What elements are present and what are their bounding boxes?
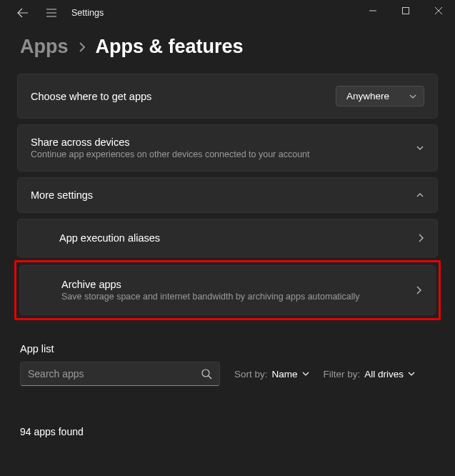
back-arrow-icon (17, 7, 29, 19)
setting-title: App execution aliases (59, 232, 417, 244)
search-apps-box[interactable] (20, 362, 220, 386)
chevron-down-icon (409, 93, 416, 100)
search-icon (201, 369, 212, 380)
chevron-down-icon (408, 370, 415, 377)
chevron-right-icon (79, 42, 86, 52)
chevron-right-icon (415, 286, 422, 294)
setting-more-settings[interactable]: More settings (17, 177, 438, 213)
search-apps-input[interactable] (28, 368, 201, 380)
maximize-button[interactable] (389, 0, 422, 21)
svg-point-1 (202, 370, 209, 377)
chevron-down-icon (302, 370, 309, 377)
chevron-down-icon (416, 144, 424, 152)
app-list-heading: App list (17, 329, 438, 362)
get-apps-dropdown[interactable]: Anywhere (336, 86, 424, 106)
breadcrumb-parent[interactable]: Apps (20, 36, 69, 58)
sort-by-control[interactable]: Sort by: Name (234, 369, 309, 380)
sort-value: Name (272, 369, 298, 380)
titlebar: Settings (0, 0, 455, 26)
setting-app-execution-aliases[interactable]: App execution aliases (17, 219, 438, 257)
maximize-icon (402, 7, 409, 14)
filter-value: All drives (364, 369, 404, 380)
setting-archive-apps[interactable]: Archive apps Save storage space and inte… (19, 265, 436, 315)
chevron-right-icon (417, 234, 424, 242)
apps-found-count: 94 apps found (17, 386, 438, 437)
chevron-up-icon (416, 191, 424, 199)
filter-by-control[interactable]: Filter by: All drives (324, 369, 416, 380)
setting-subtitle: Save storage space and internet bandwidt… (61, 292, 415, 302)
breadcrumb-current: Apps & features (96, 36, 244, 58)
hamburger-icon (46, 7, 57, 19)
highlight-annotation: Archive apps Save storage space and inte… (14, 260, 441, 320)
window-controls (356, 0, 455, 21)
close-icon (435, 7, 442, 14)
setting-subtitle: Continue app experiences on other device… (31, 149, 407, 159)
setting-share-devices[interactable]: Share across devices Continue app experi… (17, 124, 438, 172)
filter-label: Filter by: (324, 369, 361, 380)
sort-label: Sort by: (234, 369, 268, 380)
window-title: Settings (71, 8, 104, 18)
dropdown-value: Anywhere (346, 91, 389, 101)
setting-title: Archive apps (61, 279, 415, 290)
back-button[interactable] (9, 0, 37, 26)
setting-title: More settings (31, 189, 407, 201)
close-button[interactable] (422, 0, 455, 21)
minimize-button[interactable] (356, 0, 389, 21)
minimize-icon (369, 7, 376, 14)
setting-title: Share across devices (31, 137, 407, 148)
setting-title: Choose where to get apps (31, 91, 327, 102)
svg-rect-0 (403, 8, 409, 14)
menu-button[interactable] (37, 0, 66, 26)
setting-get-apps: Choose where to get apps Anywhere (17, 74, 438, 119)
breadcrumb: Apps Apps & features (0, 26, 455, 74)
